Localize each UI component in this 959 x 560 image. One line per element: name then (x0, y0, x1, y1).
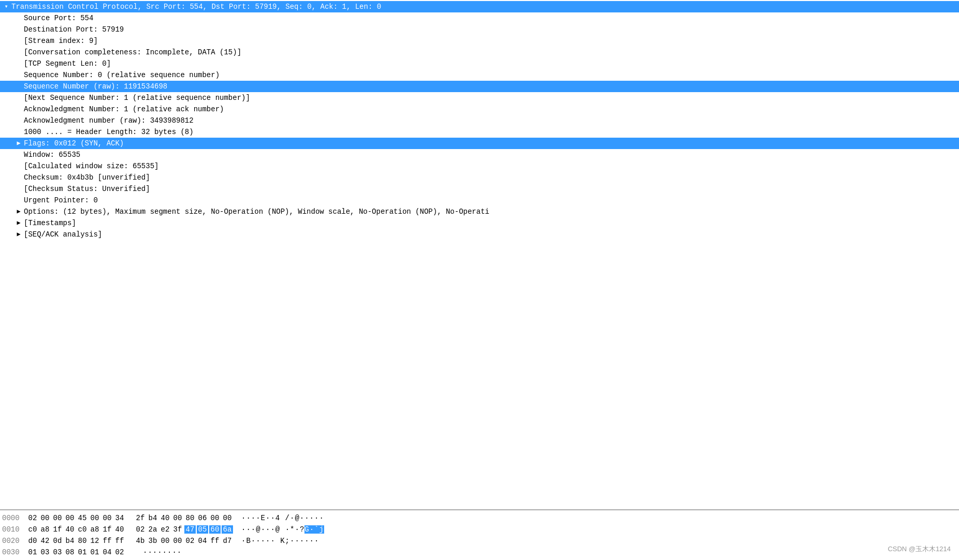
hex-group2: 2fb4400080060000 (135, 514, 233, 522)
tree-row-ack-num[interactable]: Acknowledgment Number: 1 (relative ack n… (0, 104, 959, 115)
hex-byte[interactable]: 05 (197, 525, 208, 534)
hex-byte[interactable]: 02 (184, 537, 196, 545)
collapse-icon[interactable]: ▾ (2, 3, 10, 11)
hex-byte[interactable]: d0 (27, 537, 38, 545)
hex-byte[interactable]: 34 (114, 514, 125, 522)
expand-icon[interactable]: ▶ (14, 139, 23, 148)
hex-byte[interactable]: 03 (52, 548, 63, 556)
tree-row-checksum-status[interactable]: [Checksum Status: Unverified] (0, 183, 959, 195)
tree-row-timestamps[interactable]: ▶ [Timestamps] (0, 217, 959, 229)
ascii-char-selected: · (310, 525, 314, 534)
tree-row-header-len[interactable]: 1000 .... = Header Length: 32 bytes (8) (0, 126, 959, 138)
row-text-window: Window: 65535 (24, 151, 80, 159)
tree-row-seq-ack-analysis[interactable]: ▶ [SEQ/ACK analysis] (0, 229, 959, 240)
hex-byte[interactable]: 03 (39, 548, 51, 556)
ascii-char: · (246, 525, 251, 534)
expand-icon[interactable]: ▶ (14, 230, 23, 239)
hex-byte[interactable]: 00 (89, 514, 100, 522)
tree-row-next-seq[interactable]: [Next Sequence Number: 1 (relative seque… (0, 92, 959, 104)
tree-row-calc-window[interactable]: [Calculated window size: 65535] (0, 160, 959, 172)
tree-row-window[interactable]: Window: 65535 (0, 149, 959, 160)
hex-byte[interactable]: 00 (159, 537, 171, 545)
tree-row-dst-port[interactable]: Destination Port: 57919 (0, 24, 959, 35)
hex-group1: c0a81f40c0a81f40 (27, 525, 125, 534)
hex-byte[interactable]: 04 (197, 537, 208, 545)
row-text-checksum: Checksum: 0x4b3b [unverified] (24, 173, 150, 182)
hex-byte[interactable]: 06 (197, 514, 208, 522)
hex-byte[interactable]: ff (114, 537, 125, 545)
hex-byte[interactable]: 3f (172, 525, 183, 534)
hex-row-0030: 00300103030801010402 ········ (0, 547, 959, 558)
tree-row-flags[interactable]: ▶ Flags: 0x012 (SYN, ACK) (0, 138, 959, 149)
hex-byte[interactable]: 3b (147, 537, 158, 545)
hex-byte[interactable]: 1f (101, 525, 113, 534)
hex-group1: d0420db48012ffff (27, 537, 125, 545)
hex-byte[interactable]: b4 (147, 514, 158, 522)
hex-byte[interactable]: 45 (77, 514, 88, 522)
hex-byte[interactable]: b4 (64, 537, 76, 545)
hex-byte[interactable]: 47 (184, 525, 196, 534)
tree-row-urgent-ptr[interactable]: Urgent Pointer: 0 (0, 195, 959, 206)
expand-icon[interactable]: ▶ (14, 219, 23, 227)
hex-byte[interactable]: 80 (77, 537, 88, 545)
tree-row-seq-num[interactable]: Sequence Number: 0 (relative sequence nu… (0, 69, 959, 81)
no-icon (14, 82, 23, 91)
hex-byte[interactable]: 40 (159, 514, 171, 522)
hex-separator (126, 525, 134, 534)
hex-byte[interactable]: a8 (89, 525, 100, 534)
hex-byte[interactable]: ff (101, 537, 113, 545)
hex-byte[interactable]: d7 (222, 537, 233, 545)
tree-row-conversation[interactable]: [Conversation completeness: Incomplete, … (0, 47, 959, 58)
hex-byte[interactable]: 01 (77, 548, 88, 556)
hex-byte[interactable]: 00 (209, 514, 221, 522)
hex-byte[interactable]: 08 (64, 548, 76, 556)
hex-byte[interactable]: 00 (101, 514, 113, 522)
hex-byte[interactable]: 02 (135, 525, 146, 534)
hex-byte[interactable]: 04 (101, 548, 113, 556)
ascii-char-selected: j (319, 525, 324, 534)
hex-byte[interactable]: 00 (64, 514, 76, 522)
hex-byte[interactable]: a8 (39, 525, 51, 534)
hex-byte[interactable]: 80 (184, 514, 196, 522)
hex-byte[interactable]: 4b (135, 537, 146, 545)
tree-row-stream-index[interactable]: [Stream index: 9] (0, 35, 959, 47)
hex-byte[interactable]: c0 (77, 525, 88, 534)
tree-row-seq-num-raw[interactable]: Sequence Number (raw): 1191534698 (0, 81, 959, 92)
tree-row-src-port[interactable]: Source Port: 554 (0, 12, 959, 24)
tree-row-tcp-seg-len[interactable]: [TCP Segment Len: 0] (0, 58, 959, 69)
hex-byte[interactable]: 40 (114, 525, 125, 534)
hex-byte[interactable]: 00 (222, 514, 233, 522)
row-text-ack-num-raw: Acknowledgment number (raw): 3493989812 (24, 116, 194, 125)
tree-row-checksum[interactable]: Checksum: 0x4b3b [unverified] (0, 172, 959, 183)
hex-byte[interactable]: 12 (89, 537, 100, 545)
tree-row-ack-num-raw[interactable]: Acknowledgment number (raw): 3493989812 (0, 115, 959, 126)
tree-row-options[interactable]: ▶ Options: (12 bytes), Maximum segment s… (0, 206, 959, 217)
hex-byte[interactable]: 00 (52, 514, 63, 522)
row-text-urgent-ptr: Urgent Pointer: 0 (24, 196, 98, 204)
hex-byte[interactable]: 2f (135, 514, 146, 522)
row-text-src-port: Source Port: 554 (24, 14, 93, 22)
hex-byte[interactable]: 02 (114, 548, 125, 556)
hex-byte[interactable]: 00 (172, 537, 183, 545)
hex-byte[interactable]: 0d (52, 537, 63, 545)
hex-offset: 0010 (2, 525, 23, 534)
hex-byte[interactable]: 1f (52, 525, 63, 534)
hex-byte[interactable]: 00 (39, 514, 51, 522)
hex-byte[interactable]: c0 (27, 525, 38, 534)
no-icon (14, 48, 23, 56)
hex-byte[interactable]: 60 (209, 525, 221, 534)
hex-byte[interactable]: e2 (159, 525, 171, 534)
hex-byte[interactable]: 01 (27, 548, 38, 556)
hex-byte[interactable]: 01 (89, 548, 100, 556)
hex-byte[interactable]: 2a (147, 525, 158, 534)
hex-byte[interactable]: 00 (172, 514, 183, 522)
no-icon (14, 151, 23, 159)
hex-byte[interactable]: 6a (222, 525, 233, 534)
expand-icon[interactable]: ▶ (14, 208, 23, 216)
hex-byte[interactable]: ff (209, 537, 221, 545)
row-text-next-seq: [Next Sequence Number: 1 (relative seque… (24, 94, 250, 102)
hex-byte[interactable]: 40 (64, 525, 76, 534)
hex-byte[interactable]: 42 (39, 537, 51, 545)
tree-row-tcp-header[interactable]: ▾ Transmission Control Protocol, Src Por… (0, 1, 959, 12)
hex-byte[interactable]: 02 (27, 514, 38, 522)
